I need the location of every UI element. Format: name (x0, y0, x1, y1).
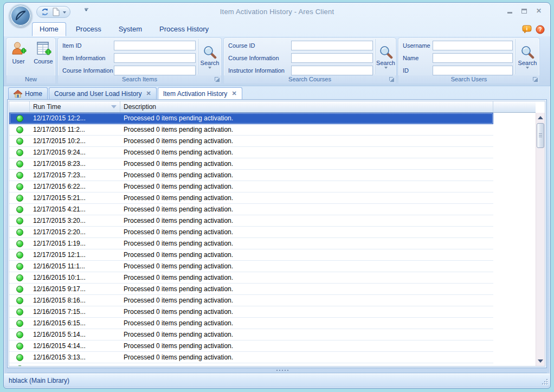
table-row[interactable]: 12/16/2015 5:14... Processed 0 items pen… (9, 329, 493, 340)
table-row[interactable]: 12/17/2015 11:2... Processed 0 items pen… (9, 124, 493, 136)
add-user-label: User (12, 58, 24, 65)
item-id-field[interactable] (114, 41, 196, 50)
table-row-partial[interactable] (9, 363, 493, 367)
item-id-label: Item ID (62, 42, 114, 49)
add-user-button[interactable]: User (7, 40, 30, 75)
ribbon-tab-process[interactable]: Process (68, 22, 109, 36)
table-row[interactable]: 12/17/2015 12:1... Processed 0 items pen… (9, 249, 493, 261)
run-time-cell: 12/16/2015 3:13... (30, 354, 120, 361)
table-row[interactable]: 12/16/2015 7:15... Processed 0 items pen… (9, 306, 493, 318)
description-cell: Processed 0 items pending activation. (120, 137, 493, 145)
username-field[interactable] (433, 41, 513, 50)
column-header-status[interactable] (9, 101, 30, 112)
description-cell: Processed 0 items pending activation. (120, 297, 493, 304)
table-row[interactable]: 12/17/2015 4:21... Processed 0 items pen… (9, 204, 493, 215)
search-items-button[interactable]: Search (198, 39, 221, 74)
table-row[interactable]: 12/17/2015 12:2... Processed 0 items pen… (9, 113, 493, 124)
status-ok-icon (16, 354, 23, 361)
course-information-field[interactable] (114, 66, 196, 75)
status-ok-icon (16, 365, 23, 367)
description-cell: Processed 0 items pending activation. (120, 217, 493, 224)
table-row[interactable]: 12/16/2015 4:14... Processed 0 items pen… (9, 340, 493, 352)
resize-grip[interactable] (540, 377, 547, 384)
course-information2-label: Course Information (228, 55, 291, 61)
course-information2-field[interactable] (291, 53, 373, 63)
add-course-button[interactable]: Course (32, 40, 55, 75)
instructor-information-field[interactable] (291, 66, 373, 75)
search-users-dialog-launcher[interactable] (533, 77, 538, 82)
search-items-dialog-launcher[interactable] (215, 77, 220, 82)
description-cell: Processed 0 items pending activation. (120, 262, 493, 270)
home-icon (14, 90, 22, 98)
status-ok-icon (16, 115, 23, 122)
doc-tab-course-user-load-history[interactable]: Course and User Load History ✕ (49, 87, 157, 99)
table-row[interactable]: 12/17/2015 3:20... Processed 0 items pen… (9, 215, 493, 227)
table-row[interactable]: 12/16/2015 8:16... Processed 0 items pen… (9, 295, 493, 306)
column-header-run-time[interactable]: Run Time (30, 101, 120, 112)
vertical-scrollbar[interactable] (536, 113, 545, 366)
table-row[interactable]: 12/17/2015 7:23... Processed 0 items pen… (9, 170, 493, 181)
course-id-field[interactable] (291, 41, 373, 50)
name-field[interactable] (433, 53, 513, 63)
description-cell: Processed 0 items pending activation. (120, 194, 493, 202)
doc-tab-home[interactable]: Home (8, 87, 48, 99)
feedback-icon[interactable]: i (522, 25, 532, 34)
id-field[interactable] (433, 66, 513, 75)
table-row[interactable]: 12/17/2015 10:2... Processed 0 items pen… (9, 136, 493, 147)
status-ok-icon (16, 217, 23, 224)
description-cell: Processed 0 items pending activation. (120, 183, 493, 190)
search-courses-dialog-launcher[interactable] (389, 77, 395, 82)
scrollbar-thumb[interactable] (537, 123, 544, 148)
table-row[interactable]: 12/16/2015 11:1... Processed 0 items pen… (9, 261, 493, 272)
close-tab-icon[interactable]: ✕ (146, 90, 151, 97)
help-icon[interactable]: ? (536, 25, 545, 34)
search-items-label: Search (201, 60, 220, 66)
description-cell: Processed 0 items pending activation. (120, 319, 493, 327)
run-time-cell: 12/17/2015 12:2... (30, 114, 120, 122)
run-time-cell: 12/17/2015 3:20... (30, 217, 120, 224)
doc-tab-culh-label: Course and User Load History (54, 90, 141, 98)
search-icon (379, 45, 393, 59)
id-label: ID (403, 67, 433, 74)
table-row[interactable]: 12/17/2015 1:19... Processed 0 items pen… (9, 238, 493, 249)
table-row[interactable]: 12/17/2015 5:21... Processed 0 items pen… (9, 192, 493, 204)
table-row[interactable]: 12/16/2015 3:13... Processed 0 items pen… (9, 352, 493, 363)
search-courses-button[interactable]: Search (375, 39, 396, 74)
run-time-cell: 12/17/2015 7:23... (30, 171, 120, 179)
table-row[interactable]: 12/16/2015 6:15... Processed 0 items pen… (9, 318, 493, 329)
horizontal-splitter[interactable] (7, 368, 547, 373)
item-information-field[interactable] (114, 53, 196, 63)
status-ok-icon (16, 240, 23, 247)
ribbon-group-search-courses: Course ID Course Information Instructor … (223, 37, 396, 84)
table-row[interactable]: 12/17/2015 2:20... Processed 0 items pen… (9, 227, 493, 238)
table-row[interactable]: 12/16/2015 10:1... Processed 0 items pen… (9, 272, 493, 284)
ribbon-tab-process-history[interactable]: Process History (152, 22, 216, 36)
window-controls: ✕ (505, 7, 544, 15)
run-time-cell: 12/16/2015 11:1... (30, 262, 120, 270)
column-header-description[interactable]: Description (120, 101, 493, 112)
ares-bow-icon (14, 9, 28, 23)
search-users-button[interactable]: Search (515, 39, 539, 74)
table-row[interactable]: 12/17/2015 6:22... Processed 0 items pen… (9, 181, 493, 192)
doc-tab-item-activation-history[interactable]: Item Activation History ✕ (158, 87, 242, 99)
application-menu-button[interactable] (9, 4, 32, 27)
ribbon-tab-system[interactable]: System (111, 22, 150, 36)
scroll-down-button[interactable] (536, 357, 545, 365)
status-ok-icon (16, 195, 23, 202)
grid-header: Run Time Description (9, 101, 536, 113)
title-bar: Item Activation History - Ares Client ✕ (4, 3, 550, 22)
maximize-button[interactable] (519, 7, 529, 15)
close-button[interactable]: ✕ (534, 7, 544, 15)
run-time-cell: 12/17/2015 5:21... (30, 194, 120, 202)
minimize-button[interactable] (505, 7, 514, 15)
grid-rows: 12/17/2015 12:2... Processed 0 items pen… (9, 113, 536, 363)
table-row[interactable]: 12/16/2015 9:17... Processed 0 items pen… (9, 284, 493, 295)
close-tab-icon[interactable]: ✕ (231, 90, 236, 97)
ribbon-tab-home[interactable]: Home (32, 22, 66, 36)
add-course-icon (35, 41, 51, 57)
table-row[interactable]: 12/17/2015 8:23... Processed 0 items pen… (9, 158, 493, 170)
status-ok-icon (16, 138, 23, 145)
table-row[interactable]: 12/17/2015 9:24... Processed 0 items pen… (9, 147, 493, 158)
close-icon: ✕ (536, 7, 542, 15)
scroll-up-button[interactable] (536, 113, 545, 122)
